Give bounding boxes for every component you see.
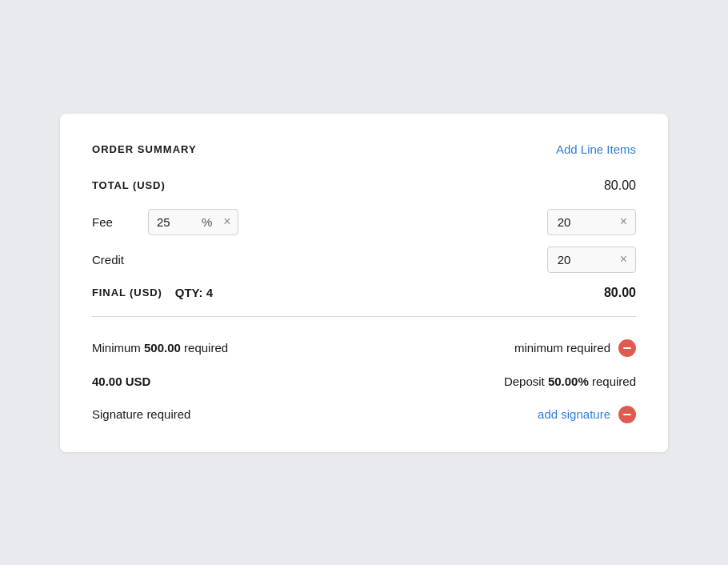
fee-value-input[interactable] (548, 210, 612, 234)
signature-label: Signature required (92, 407, 190, 421)
credit-left: Credit (92, 253, 140, 266)
add-signature-button[interactable]: add signature (538, 407, 610, 421)
minimum-remove-button[interactable] (618, 339, 636, 357)
fee-row: Fee % × × (92, 209, 636, 235)
qty-label: QTY: 4 (175, 286, 213, 299)
fee-left: Fee % × (92, 209, 238, 235)
total-label: TOTAL (USD) (92, 179, 166, 191)
fee-input-group: % × (148, 209, 238, 235)
credit-row: Credit × (92, 246, 636, 273)
minimum-right: minimum required (514, 339, 636, 357)
fee-percentage-input[interactable] (149, 210, 197, 234)
order-summary-card: ORDER SUMMARY Add Line Items TOTAL (USD)… (60, 114, 668, 452)
fee-value-remove-button[interactable]: × (612, 215, 635, 228)
minimum-row: Minimum 500.00 required minimum required (92, 339, 636, 357)
signature-remove-button[interactable] (618, 406, 636, 423)
fee-remove-button[interactable]: × (217, 215, 237, 228)
fee-label: Fee (92, 215, 140, 229)
total-value: 80.00 (604, 178, 636, 193)
final-label: FINAL (USD) (92, 287, 162, 299)
percent-symbol: % (197, 215, 217, 229)
minimum-required-label: minimum required (514, 341, 610, 355)
minimum-amount: 500.00 (144, 341, 181, 355)
fee-value-group: × (547, 209, 636, 235)
credit-right: × (547, 246, 636, 273)
deposit-text: Deposit 50.00% required (504, 375, 636, 388)
deposit-amount: 40.00 USD (92, 375, 150, 388)
final-row: FINAL (USD) QTY: 4 80.00 (92, 286, 636, 300)
fee-right: × (547, 209, 636, 235)
deposit-percent: 50.00% (548, 375, 589, 388)
card-header: ORDER SUMMARY Add Line Items (92, 142, 636, 156)
credit-value-input[interactable] (548, 247, 612, 272)
deposit-right: Deposit 50.00% required (504, 375, 636, 388)
section-divider (92, 316, 636, 317)
add-line-items-button[interactable]: Add Line Items (556, 142, 636, 156)
credit-value-group: × (547, 246, 636, 273)
credit-remove-button[interactable]: × (612, 253, 635, 266)
minimum-remove-icon (618, 339, 636, 357)
info-section: Minimum 500.00 required minimum required… (92, 339, 636, 423)
total-row: TOTAL (USD) 80.00 (92, 178, 636, 193)
minimum-left: Minimum 500.00 required (92, 341, 228, 355)
deposit-amount-value: 40.00 USD (92, 375, 150, 388)
deposit-row: 40.00 USD Deposit 50.00% required (92, 375, 636, 388)
order-summary-title: ORDER SUMMARY (92, 143, 197, 155)
signature-right: add signature (538, 406, 636, 423)
final-left: FINAL (USD) QTY: 4 (92, 286, 213, 299)
signature-row: Signature required add signature (92, 406, 636, 423)
final-value: 80.00 (604, 286, 636, 300)
signature-remove-icon (618, 406, 636, 423)
credit-label: Credit (92, 253, 140, 266)
